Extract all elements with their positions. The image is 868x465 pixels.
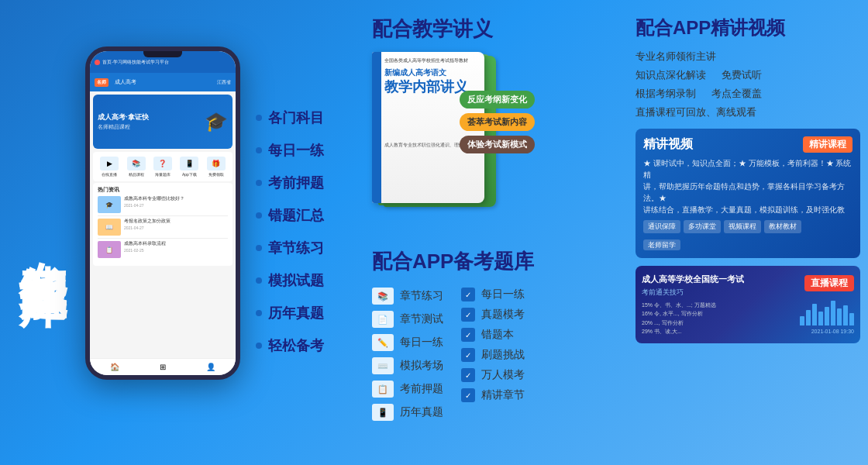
- book-tags: 反应考纲新变化 荟萃考试新内容 体验考试新模式: [460, 91, 535, 153]
- broadcast-icon: ▶: [100, 157, 119, 170]
- chart-bar: [831, 301, 835, 326]
- feature-dot-3: [256, 180, 262, 186]
- chart-bar: [825, 307, 829, 326]
- prep-check-r4: ✓: [461, 348, 475, 362]
- feature-text-6: 模拟试题: [268, 271, 324, 290]
- phone-icon-app: 📱 App下载: [180, 157, 198, 177]
- prep-item-r2: ✓ 真题模考: [461, 305, 535, 325]
- video-card-badge: 精讲课程: [803, 136, 852, 153]
- chart-bar: [837, 308, 842, 326]
- live-card-bg: 成人高等学校全国统一考试 考前通关技巧 15% 令、书、水、...; 万题精选 …: [636, 266, 860, 343]
- questions-icon: ❓: [153, 157, 172, 170]
- bottom-home-icon: 🏠: [110, 363, 119, 371]
- phone-top-bar-text: 首页-学习网络技能考试学习平台: [102, 59, 169, 66]
- feature-dot-6: [256, 277, 262, 284]
- app-video-title: 配合APP精讲视频: [636, 16, 860, 40]
- bottom-grid-icon: ⊞: [160, 363, 166, 371]
- news-content-2: 考报名政策之加分政策 2021-04-27: [124, 219, 228, 236]
- prep-label-r1: 每日一练: [481, 288, 525, 301]
- prep-left-col: 📚 章节练习 📄 章节测试 ✏️ 每日一练 ⌨️ 模拟考场 📋 考前押题 📱: [372, 284, 446, 424]
- vf-item-2b: 免费试听: [722, 68, 762, 82]
- feature-dot-4: [256, 212, 262, 219]
- app-icon: 📱: [180, 157, 198, 170]
- phone-news-item-2: 📖 考报名政策之加分政策 2021-04-27: [98, 219, 228, 239]
- prep-item-r4: ✓ 刷题挑战: [461, 345, 535, 365]
- live-line-4: 29% 书、读,大...: [642, 327, 792, 336]
- feature-text-8: 轻松备考: [268, 336, 324, 355]
- prep-check-r5: ✓: [461, 368, 475, 382]
- prep-item-r1: ✓ 每日一练: [461, 284, 535, 305]
- phone-nav-text: 成人高考: [115, 78, 136, 86]
- chart-bar: [843, 305, 848, 326]
- vf-item-4a: 直播课程可回放、离线观看: [636, 105, 756, 119]
- book-main-title: 新编成人高考语文: [384, 67, 478, 78]
- vc-tag-3: 视频课程: [724, 220, 761, 233]
- vf-item-2a: 知识点深化解读: [636, 68, 706, 82]
- vf-line-2: 知识点深化解读 免费试听: [636, 68, 860, 82]
- app-label: App下载: [182, 172, 197, 177]
- prep-label-l1: 章节练习: [400, 289, 443, 303]
- vc-tag-4: 教材教材: [764, 220, 801, 233]
- news-headline-3: 成教高本科录取流程: [124, 241, 228, 247]
- live-badge: 直播课程: [804, 275, 854, 291]
- video-card-tags: 通识保障 多功课堂 视频课程 教材教材: [643, 220, 852, 233]
- prep-item-l5: 📋 考前押题: [372, 377, 446, 401]
- prep-label-r2: 真题模考: [481, 308, 525, 322]
- prep-right-col: ✓ 每日一练 ✓ 真题模考 ✓ 错题本 ✓ 刷题挑战 ✓ 万人模考 ✓ 精讲章节: [461, 284, 535, 424]
- feature-text-2: 每日一练: [268, 141, 324, 160]
- phone-banner-text: 成人高考·拿证快: [98, 112, 149, 122]
- vf-item-3a: 根据考纲录制: [636, 87, 696, 101]
- feature-item-3: 考前押题: [256, 174, 324, 192]
- live-card: 成人高等学校全国统一考试 考前通关技巧 15% 令、书、水、...; 万题精选 …: [636, 266, 860, 343]
- phone-notch: [143, 51, 182, 57]
- feature-item-6: 模拟试题: [256, 271, 324, 290]
- prep-item-r6: ✓ 精讲章节: [461, 385, 535, 405]
- prep-label-r4: 刷题挑战: [481, 348, 525, 362]
- book-tag-2: 荟萃考试新内容: [460, 113, 535, 131]
- prep-label-r3: 错题本: [481, 328, 514, 342]
- live-left: 成人高等学校全国统一考试 考前通关技巧 15% 令、书、水、...; 万题精选 …: [642, 274, 792, 336]
- news-img-3: 📋: [98, 241, 121, 258]
- prep-label-l2: 章节测试: [400, 312, 443, 326]
- vf-item-3b: 考点全覆盖: [711, 87, 762, 101]
- free-icon: 🎁: [207, 157, 226, 170]
- live-line-2: 16% 令, 水平..., 写作分析: [642, 309, 792, 318]
- feature-list: 各门科目 每日一练 考前押题 错题汇总 章节练习 模拟试题 历年真题 轻松备考: [256, 108, 324, 369]
- feature-text-5: 章节练习: [268, 239, 324, 257]
- app-video-section: 配合APP精讲视频 专业名师领衔主讲 知识点深化解读 免费试听 根据考纲录制 考…: [636, 16, 860, 343]
- prep-label-r6: 精讲章节: [481, 388, 525, 402]
- teaching-section: 配合教学讲义 全国各类成人高等学校招生考试指导教材 新编成人高考语文 教学内部讲…: [372, 16, 527, 222]
- live-text-lines: 15% 令、书、水、...; 万题精选 16% 令, 水平..., 写作分析 2…: [642, 301, 792, 336]
- prep-icon-l5: 📋: [372, 381, 394, 398]
- prep-check-r3: ✓: [461, 328, 475, 342]
- feature-dot-2: [256, 147, 262, 153]
- prep-item-l3: ✏️ 每日一练: [372, 331, 446, 354]
- phone-banner-desc: 名师精品课程: [98, 123, 149, 131]
- news-content-1: 成教高本科专业哪些比较好？ 2021-04-27: [124, 196, 228, 213]
- phone-icon-course: 📚 精品课程: [127, 157, 146, 177]
- news-headline-1: 成教高本科专业哪些比较好？: [124, 196, 228, 202]
- phone-frame: 首页-学习网络技能考试学习平台 名师 成人高考 江西省 成人高考·拿证快 名师精…: [85, 46, 240, 380]
- broadcast-label: 在线直播: [102, 172, 117, 177]
- app-prep-section: 配合APP备考题库 📚 章节练习 📄 章节测试 ✏️ 每日一练 ⌨️ 模拟考场 …: [372, 248, 534, 424]
- book-tag-1: 反应考纲新变化: [460, 91, 535, 108]
- prep-item-l1: 📚 章节练习: [372, 284, 446, 308]
- feature-dot-5: [256, 245, 262, 251]
- phone-icons-row: ▶ 在线直播 📚 精品课程 ❓ 海量题库 📱 App下载 🎁 免费领取: [93, 152, 232, 181]
- prep-item-l4: ⌨️ 模拟考场: [372, 354, 446, 377]
- hero-text: 在线智能题库: [16, 223, 71, 242]
- news-img-2: 📖: [98, 219, 121, 236]
- live-line-1: 15% 令、书、水、...; 万题精选: [642, 301, 792, 309]
- prep-item-r3: ✓ 错题本: [461, 325, 535, 345]
- book-tag-3: 体验考试新模式: [460, 136, 535, 153]
- feature-item-2: 每日一练: [256, 141, 324, 160]
- phone-banner: 成人高考·拿证快 名师精品课程 🎓: [93, 95, 232, 149]
- prep-check-r1: ✓: [461, 288, 475, 301]
- feature-item-8: 轻松备考: [256, 336, 324, 355]
- video-card: 精讲视频 精讲课程 ★ 课时试中，知识点全面；★ 万能模板，考前利器！★ 系统精…: [636, 129, 860, 258]
- teaching-section-title: 配合教学讲义: [372, 16, 527, 43]
- feature-text-7: 历年真题: [268, 304, 324, 322]
- prep-label-r5: 万人模考: [481, 368, 525, 382]
- app-prep-title: 配合APP备考题库: [372, 248, 534, 275]
- live-line-3: 20% ..., 写作分析: [642, 319, 792, 327]
